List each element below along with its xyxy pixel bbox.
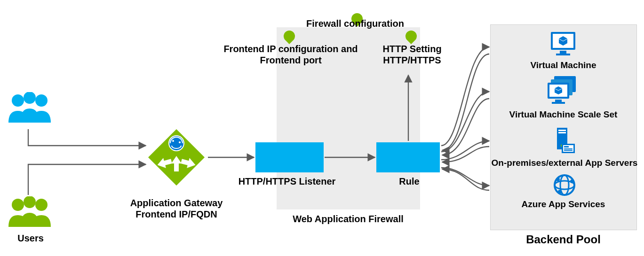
app-gateway-line2: Frontend IP/FQDN <box>135 209 217 219</box>
http-setting-line2: HTTP/HTTPS <box>383 55 441 65</box>
svg-point-42 <box>556 178 560 181</box>
backend-pool-label: Backend Pool <box>499 233 628 247</box>
waf-label: Web Application Firewall <box>275 213 421 225</box>
app-gateway-label: Application Gateway Frontend IP/FQDN <box>118 197 235 220</box>
http-setting-line1: HTTP Setting <box>382 44 441 54</box>
svg-point-0 <box>12 94 24 107</box>
vm-label: Virtual Machine <box>499 60 628 71</box>
users-icon <box>4 196 56 231</box>
svg-point-2 <box>35 94 48 107</box>
frontend-ip-line1: Frontend IP configuration and <box>223 44 358 54</box>
svg-point-10 <box>179 141 181 143</box>
svg-point-1 <box>24 92 36 104</box>
http-setting-label: HTTP Setting HTTP/HTTPS <box>374 43 450 66</box>
svg-rect-32 <box>558 132 566 133</box>
frontend-ip-line2: Frontend port <box>260 55 321 65</box>
svg-point-4 <box>24 196 36 208</box>
svg-rect-17 <box>556 54 570 55</box>
svg-rect-37 <box>564 148 572 149</box>
firewall-config-label: Firewall configuration <box>296 18 414 29</box>
app-gateway-line1: Application Gateway <box>130 198 223 208</box>
rule-block <box>376 142 440 172</box>
svg-rect-36 <box>564 146 569 147</box>
svg-rect-38 <box>564 150 572 151</box>
svg-rect-26 <box>552 102 565 104</box>
svg-point-3 <box>12 199 24 211</box>
app-gateway-icon <box>146 127 207 190</box>
svg-point-44 <box>558 190 562 194</box>
svg-rect-16 <box>560 51 566 54</box>
svg-point-9 <box>172 140 174 142</box>
users-label: Users <box>7 233 54 244</box>
svg-point-43 <box>570 179 574 183</box>
svg-rect-31 <box>558 130 566 131</box>
svg-rect-25 <box>555 100 562 102</box>
vm-icon <box>549 31 577 58</box>
vmss-icon <box>546 75 580 108</box>
rule-label: Rule <box>383 176 435 187</box>
users-icon <box>4 92 56 127</box>
onprem-label: On-premises/external App Servers <box>489 158 640 169</box>
frontend-ip-label: Frontend IP configuration and Frontend p… <box>215 43 366 66</box>
vmss-label: Virtual Machine Scale Set <box>499 109 628 120</box>
server-icon <box>552 127 576 156</box>
app-services-icon <box>553 174 576 198</box>
svg-point-5 <box>35 199 48 211</box>
listener-label: HTTP/HTTPS Listener <box>226 176 348 187</box>
listener-block <box>255 142 324 172</box>
app-services-label: Azure App Services <box>499 199 628 210</box>
